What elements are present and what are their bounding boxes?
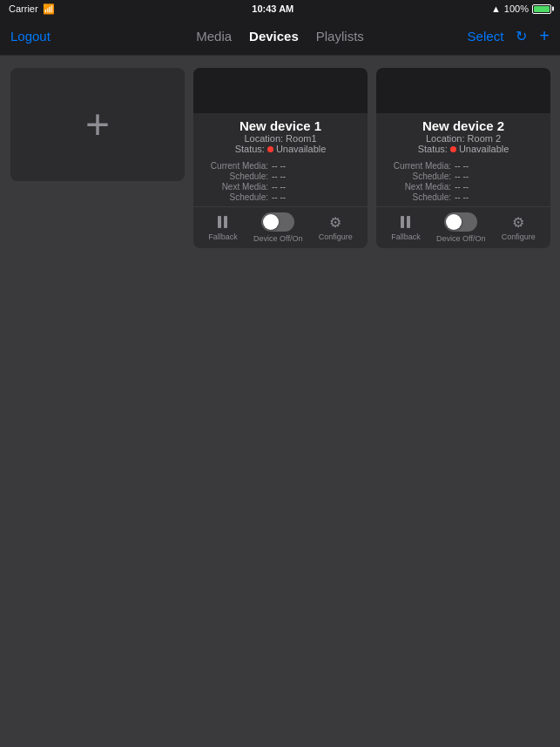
device-status-label-1: Unavailable <box>276 144 326 154</box>
current-media-value-1: -- -- <box>272 161 286 171</box>
schedule-label-2: Schedule: <box>385 172 455 181</box>
device-location-2: Location: Room 2 <box>385 133 542 144</box>
configure-button-1[interactable]: ⚙ Configure <box>319 214 353 241</box>
gear-icon-2: ⚙ <box>510 214 526 230</box>
device-status-1: Status: Unavailable <box>202 144 359 154</box>
next-media-label-2: Next Media: <box>385 182 455 192</box>
next-media-value-1: -- -- <box>272 182 286 192</box>
schedule-row2-1: Schedule: -- -- <box>202 192 359 202</box>
schedule2-label-2: Schedule: <box>385 192 455 202</box>
main-content: + New device 1 Location: Room1 Status: U… <box>0 56 560 260</box>
schedule-row-1: Schedule: -- -- <box>202 172 359 181</box>
signal-icon: ▲ <box>491 3 501 14</box>
nav-bar: Logout Media Devices Playlists Select ↻ … <box>0 17 560 56</box>
add-device-plus-icon: + <box>85 104 110 145</box>
device-name-1: New device 1 <box>202 118 359 133</box>
add-button[interactable]: + <box>539 26 550 46</box>
pause-icon-2 <box>401 214 410 230</box>
device-controls-1: Fallback Device Off/On ⚙ Configure <box>193 206 368 248</box>
add-device-tile[interactable]: + <box>10 68 185 181</box>
device-offon-1[interactable]: Device Off/On <box>253 212 302 243</box>
status-right: ▲ 100% <box>491 3 551 14</box>
battery-icon <box>532 4 551 14</box>
schedule-value-1: -- -- <box>272 172 286 181</box>
schedule-row-2: Schedule: -- -- <box>385 172 542 181</box>
logout-button[interactable]: Logout <box>10 29 51 44</box>
device-offon-2[interactable]: Device Off/On <box>436 212 485 243</box>
status-bar: Carrier 📶 10:43 AM ▲ 100% <box>0 0 560 17</box>
battery-percent: 100% <box>504 3 529 14</box>
current-media-row-1: Current Media: -- -- <box>202 161 359 171</box>
schedule-row2-2: Schedule: -- -- <box>385 192 542 202</box>
fallback-label-2: Fallback <box>391 232 421 241</box>
schedule2-value-1: -- -- <box>272 192 286 202</box>
schedule-value-2: -- -- <box>455 172 469 181</box>
toggle-switch-2[interactable] <box>444 212 477 232</box>
configure-label-2: Configure <box>502 232 536 241</box>
pause-bar-left-2 <box>401 216 404 228</box>
tab-media[interactable]: Media <box>196 25 232 47</box>
status-dot-1 <box>267 146 273 152</box>
device-card-1: New device 1 Location: Room1 Status: Una… <box>193 68 368 248</box>
pause-icon-1 <box>218 214 227 230</box>
schedule-label-1: Schedule: <box>202 172 272 181</box>
nav-tabs: Media Devices Playlists <box>196 25 364 47</box>
current-media-row-2: Current Media: -- -- <box>385 161 542 171</box>
fallback-button-1[interactable]: Fallback <box>208 214 238 241</box>
battery-fill <box>534 6 550 12</box>
next-media-row-1: Next Media: -- -- <box>202 182 359 192</box>
offon-label-2: Device Off/On <box>436 234 485 243</box>
device-meta-1: Current Media: -- -- Schedule: -- -- Nex… <box>193 158 368 206</box>
device-controls-2: Fallback Device Off/On ⚙ Configure <box>376 206 550 248</box>
offon-label-1: Device Off/On <box>253 234 302 243</box>
carrier-label: Carrier <box>9 3 38 14</box>
tab-devices[interactable]: Devices <box>249 25 299 47</box>
toggle-knob-1 <box>263 214 279 230</box>
pause-bar-left-1 <box>218 216 221 228</box>
next-media-row-2: Next Media: -- -- <box>385 182 542 192</box>
nav-right: Select ↻ + <box>468 26 550 46</box>
tab-playlists[interactable]: Playlists <box>316 25 364 47</box>
device-thumbnail-2 <box>376 68 550 113</box>
next-media-value-2: -- -- <box>455 182 469 192</box>
device-location-1: Location: Room1 <box>202 133 359 144</box>
configure-button-2[interactable]: ⚙ Configure <box>502 214 536 241</box>
current-media-label-1: Current Media: <box>202 161 272 171</box>
next-media-label-1: Next Media: <box>202 182 272 192</box>
device-info-1: New device 1 Location: Room1 Status: Una… <box>193 113 368 158</box>
wifi-icon: 📶 <box>43 3 55 15</box>
toggle-knob-2 <box>446 214 462 230</box>
toggle-switch-1[interactable] <box>261 212 294 232</box>
select-button[interactable]: Select <box>468 29 504 44</box>
device-name-2: New device 2 <box>385 118 542 133</box>
pause-bar-right-1 <box>224 216 227 228</box>
device-thumbnail-1 <box>193 68 368 113</box>
device-status-2: Status: Unavailable <box>385 144 542 154</box>
nav-left: Logout <box>10 29 80 44</box>
device-info-2: New device 2 Location: Room 2 Status: Un… <box>376 113 550 158</box>
gear-icon-1: ⚙ <box>327 214 343 230</box>
schedule2-value-2: -- -- <box>455 192 469 202</box>
status-dot-2 <box>450 146 456 152</box>
fallback-button-2[interactable]: Fallback <box>391 214 421 241</box>
device-status-label-2: Unavailable <box>459 144 509 154</box>
current-media-value-2: -- -- <box>455 161 469 171</box>
refresh-icon[interactable]: ↻ <box>516 28 527 44</box>
schedule2-label-1: Schedule: <box>202 192 272 202</box>
status-left: Carrier 📶 <box>9 3 55 15</box>
configure-label-1: Configure <box>319 232 353 241</box>
device-meta-2: Current Media: -- -- Schedule: -- -- Nex… <box>376 158 550 206</box>
current-media-label-2: Current Media: <box>385 161 455 171</box>
fallback-label-1: Fallback <box>208 232 238 241</box>
pause-bar-right-2 <box>407 216 410 228</box>
status-time: 10:43 AM <box>252 3 293 14</box>
device-card-2: New device 2 Location: Room 2 Status: Un… <box>376 68 550 248</box>
